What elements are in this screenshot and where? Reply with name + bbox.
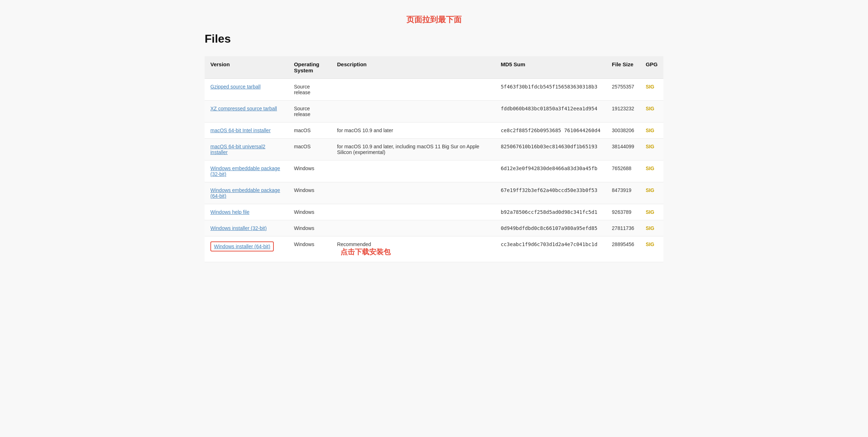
col-version: Version xyxy=(205,56,288,79)
os-cell: Windows xyxy=(288,204,331,220)
header-row: Version OperatingSystem Description MD5 … xyxy=(205,56,663,79)
description-cell: for macOS 10.9 and later, including macO… xyxy=(331,139,495,160)
description-cell xyxy=(331,182,495,204)
md5-cell: 0d949bdfdbd0c8c66107a980a95efd85 xyxy=(495,220,606,236)
table-row: Windows embeddable package (32-bit)Windo… xyxy=(205,160,663,182)
filesize-cell: 38144099 xyxy=(606,139,640,160)
sig-link[interactable]: SIG xyxy=(646,144,654,149)
col-gpg: GPG xyxy=(640,56,663,79)
annotation-bottom: 点击下载安装包 xyxy=(340,248,391,256)
gpg-cell: SIG xyxy=(640,182,663,204)
gpg-cell: SIG xyxy=(640,204,663,220)
version-link[interactable]: XZ compressed source tarball xyxy=(210,106,277,111)
table-row: Windows help fileWindowsb92a78506ccf258d… xyxy=(205,204,663,220)
table-row: Windows embeddable package (64-bit)Windo… xyxy=(205,182,663,204)
os-cell: Windows xyxy=(288,220,331,236)
gpg-cell: SIG xyxy=(640,160,663,182)
filesize-cell: 7652688 xyxy=(606,160,640,182)
md5-cell: 67e19ff32b3ef62a40bccd50e33b0f53 xyxy=(495,182,606,204)
os-cell: Windows xyxy=(288,182,331,204)
md5-cell: fddb060b483bc01850a3f412eea1d954 xyxy=(495,101,606,123)
os-cell: Windows xyxy=(288,160,331,182)
gpg-cell: SIG xyxy=(640,101,663,123)
filesize-cell: 9263789 xyxy=(606,204,640,220)
files-table: Version OperatingSystem Description MD5 … xyxy=(205,56,663,262)
gpg-cell: SIG xyxy=(640,139,663,160)
os-cell: Source release xyxy=(288,79,331,101)
version-cell: Windows embeddable package (64-bit) xyxy=(205,182,288,204)
version-cell: XZ compressed source tarball xyxy=(205,101,288,123)
version-link[interactable]: Windows embeddable package (64-bit) xyxy=(210,187,280,199)
os-cell: Source release xyxy=(288,101,331,123)
table-header: Version OperatingSystem Description MD5 … xyxy=(205,56,663,79)
page-title: Files xyxy=(205,32,663,45)
col-os: OperatingSystem xyxy=(288,56,331,79)
os-cell: macOS xyxy=(288,139,331,160)
table-row: Windows installer (64-bit)WindowsRecomme… xyxy=(205,236,663,262)
version-cell: Windows installer (64-bit) xyxy=(205,236,288,262)
md5-cell: 5f463f30b1fdcb545f156583630318b3 xyxy=(495,79,606,101)
description-cell: Recommended点击下载安装包 xyxy=(331,236,495,262)
gpg-cell: SIG xyxy=(640,123,663,139)
sig-link[interactable]: SIG xyxy=(646,106,654,111)
version-link[interactable]: macOS 64-bit universal2 installer xyxy=(210,144,265,155)
version-link[interactable]: Windows installer (64-bit) xyxy=(210,241,274,251)
description-cell: for macOS 10.9 and later xyxy=(331,123,495,139)
description-cell xyxy=(331,220,495,236)
os-cell: macOS xyxy=(288,123,331,139)
table-row: macOS 64-bit Intel installermacOSfor mac… xyxy=(205,123,663,139)
filesize-cell: 8473919 xyxy=(606,182,640,204)
table-row: XZ compressed source tarballSource relea… xyxy=(205,101,663,123)
md5-cell: 6d12e3e0f942830de8466a83d30a45fb xyxy=(495,160,606,182)
os-cell: Windows xyxy=(288,236,331,262)
description-cell xyxy=(331,204,495,220)
filesize-cell: 25755357 xyxy=(606,79,640,101)
sig-link[interactable]: SIG xyxy=(646,209,654,215)
sig-link[interactable]: SIG xyxy=(646,84,654,90)
version-cell: Gzipped source tarball xyxy=(205,79,288,101)
page-wrapper: 页面拉到最下面 Files Version OperatingSystem De… xyxy=(183,0,685,277)
filesize-cell: 19123232 xyxy=(606,101,640,123)
table-row: Gzipped source tarballSource release5f46… xyxy=(205,79,663,101)
col-description: Description xyxy=(331,56,495,79)
table-row: macOS 64-bit universal2 installermacOSfo… xyxy=(205,139,663,160)
version-cell: Windows embeddable package (32-bit) xyxy=(205,160,288,182)
sig-link[interactable]: SIG xyxy=(646,128,654,133)
col-filesize: File Size xyxy=(606,56,640,79)
sig-link[interactable]: SIG xyxy=(646,241,654,247)
description-cell xyxy=(331,160,495,182)
sig-link[interactable]: SIG xyxy=(646,225,654,231)
version-link[interactable]: macOS 64-bit Intel installer xyxy=(210,128,271,133)
description-cell xyxy=(331,101,495,123)
filesize-cell: 27811736 xyxy=(606,220,640,236)
md5-cell: 825067610b16b03ec814630df1b65193 xyxy=(495,139,606,160)
md5-cell: ce8c2f885f26b0953685 7610644260d4 xyxy=(495,123,606,139)
version-cell: macOS 64-bit Intel installer xyxy=(205,123,288,139)
sig-link[interactable]: SIG xyxy=(646,165,654,171)
filesize-cell: 30038206 xyxy=(606,123,640,139)
md5-cell: b92a78506ccf258d5ad0d98c341fc5d1 xyxy=(495,204,606,220)
version-link[interactable]: Windows installer (32-bit) xyxy=(210,225,267,231)
version-cell: Windows installer (32-bit) xyxy=(205,220,288,236)
annotation-top: 页面拉到最下面 xyxy=(205,14,663,25)
version-link[interactable]: Gzipped source tarball xyxy=(210,84,261,90)
filesize-cell: 28895456 xyxy=(606,236,640,262)
version-link[interactable]: Windows embeddable package (32-bit) xyxy=(210,165,280,177)
md5-cell: cc3eabc1f9d6c703d1d2a4e7c041bc1d xyxy=(495,236,606,262)
table-row: Windows installer (32-bit)Windows0d949bd… xyxy=(205,220,663,236)
gpg-cell: SIG xyxy=(640,236,663,262)
version-link[interactable]: Windows help file xyxy=(210,209,249,215)
table-body: Gzipped source tarballSource release5f46… xyxy=(205,79,663,262)
sig-link[interactable]: SIG xyxy=(646,187,654,193)
version-cell: Windows help file xyxy=(205,204,288,220)
col-md5: MD5 Sum xyxy=(495,56,606,79)
version-cell: macOS 64-bit universal2 installer xyxy=(205,139,288,160)
gpg-cell: SIG xyxy=(640,79,663,101)
description-cell xyxy=(331,79,495,101)
gpg-cell: SIG xyxy=(640,220,663,236)
